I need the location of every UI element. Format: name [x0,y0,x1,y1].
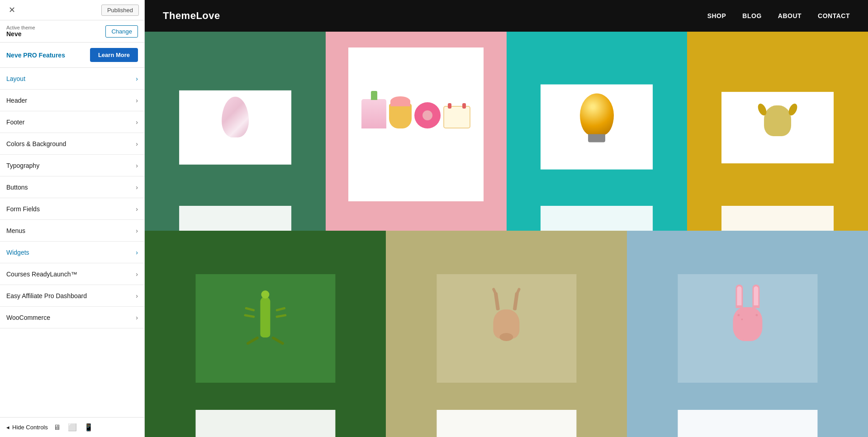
chevron-icon-colors: › [136,140,138,147]
chevron-icon-affiliate: › [136,292,138,299]
nav-label-form-fields: Form Fields [6,205,40,213]
sidebar-item-form-fields[interactable]: Form Fields› [0,198,144,220]
nav-label-affiliate: Easy Affiliate Pro Dashboard [6,292,87,299]
gallery-cell-3 [507,32,688,231]
nav-shop[interactable]: SHOP [707,12,726,19]
chevron-icon-menus: › [136,227,138,234]
chevron-icon-footer: › [136,119,138,126]
quartz-shape [222,97,249,138]
bulb-base [588,134,605,142]
published-badge: Published [101,5,139,16]
tablet-view-button[interactable]: ⬜ [66,421,79,433]
sidebar-item-buttons[interactable]: Buttons› [0,176,144,198]
change-theme-button[interactable]: Change [105,25,138,38]
chevron-icon-buttons: › [136,184,138,191]
sidebar-item-widgets[interactable]: Widgets› [0,242,144,263]
chevron-icon-layout: › [136,75,138,82]
site-logo: ThemeLove [163,10,220,22]
site-navigation: SHOP BLOG ABOUT CONTACT [707,12,850,19]
arrow-left-icon: ◂ [6,424,9,431]
nav-label-colors: Colors & Background [6,140,66,147]
chevron-icon-woocommerce: › [136,314,138,321]
sidebar-item-colors[interactable]: Colors & Background› [0,133,144,155]
sidebar-item-typography[interactable]: Typography› [0,155,144,176]
nav-label-courses: Courses ReadyLaunch™ [6,271,77,278]
bulb-globe [580,94,614,135]
nav-label-menus: Menus [6,227,25,234]
sidebar-item-woocommerce[interactable]: WooCommerce› [0,307,144,328]
hide-controls-label: Hide Controls [12,424,48,431]
nav-label-header: Header [6,97,27,104]
active-theme-info: Active theme Neve [6,25,35,38]
chevron-icon-header: › [136,97,138,104]
close-button[interactable]: ✕ [5,4,18,16]
nav-items-container: Layout›Header›Footer›Colors & Background… [0,68,144,328]
gallery-cell-6 [386,231,627,437]
nav-label-buttons: Buttons [6,184,28,191]
sidebar-item-courses[interactable]: Courses ReadyLaunch™› [0,263,144,285]
chevron-icon-widgets: › [136,249,138,256]
active-theme-row: Active theme Neve Change [0,20,144,43]
promo-title: Neve PRO Features [6,52,65,59]
gallery-cell-5 [145,231,386,437]
nav-label-typography: Typography [6,162,39,169]
customizer-sidebar: ✕ Published Active theme Neve Change Nev… [0,0,145,437]
gallery-bottom-row [145,231,868,437]
active-theme-name: Neve [6,30,35,38]
active-theme-label: Active theme [6,25,35,30]
mobile-view-button[interactable]: 📱 [82,421,95,433]
nav-about[interactable]: ABOUT [778,12,802,19]
sidebar-bottom-toolbar: ◂ Hide Controls 🖥 ⬜ 📱 [0,417,144,437]
promo-row: Neve PRO Features Learn More [0,43,144,68]
gallery-cell-7 [627,231,868,437]
nav-label-widgets: Widgets [6,249,29,256]
gallery-cell-4 [687,32,868,231]
nav-contact[interactable]: CONTACT [818,12,850,19]
sidebar-item-menus[interactable]: Menus› [0,220,144,242]
learn-more-button[interactable]: Learn More [90,48,138,62]
site-preview: ThemeLove SHOP BLOG ABOUT CONTACT [145,0,868,437]
nav-label-layout: Layout [6,75,25,82]
gallery-cell-2 [326,32,507,231]
nav-blog[interactable]: BLOG [742,12,761,19]
hide-controls-button[interactable]: ◂ Hide Controls [6,424,48,431]
desktop-view-button[interactable]: 🖥 [52,422,62,433]
gallery-grid [145,32,868,437]
sidebar-item-footer[interactable]: Footer› [0,111,144,133]
chevron-icon-form-fields: › [136,205,138,213]
site-header: ThemeLove SHOP BLOG ABOUT CONTACT [145,0,868,32]
sidebar-nav: Layout›Header›Footer›Colors & Background… [0,68,144,417]
sidebar-item-layout[interactable]: Layout› [0,68,144,90]
nav-label-footer: Footer [6,119,24,126]
nav-label-woocommerce: WooCommerce [6,314,50,321]
sidebar-topbar: ✕ Published [0,0,144,20]
chevron-icon-courses: › [136,271,138,278]
chevron-icon-typography: › [136,162,138,169]
sidebar-item-affiliate[interactable]: Easy Affiliate Pro Dashboard› [0,285,144,307]
sidebar-item-header[interactable]: Header› [0,90,144,111]
gallery-cell-1 [145,32,326,231]
